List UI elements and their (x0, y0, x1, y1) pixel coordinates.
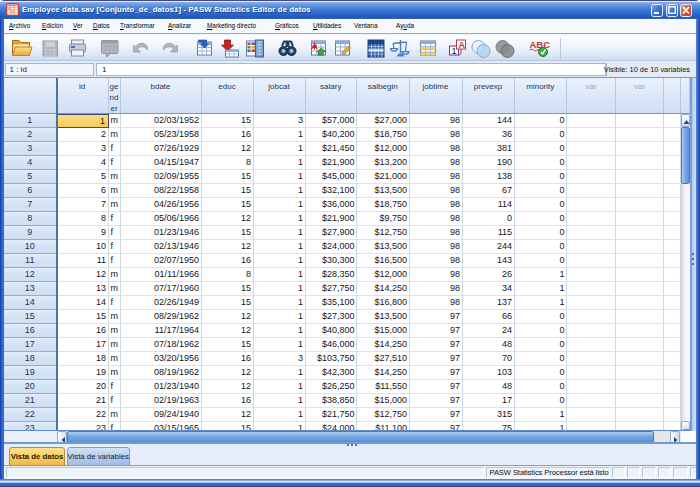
svg-text:A: A (458, 40, 465, 50)
svg-text:1: 1 (451, 46, 456, 56)
